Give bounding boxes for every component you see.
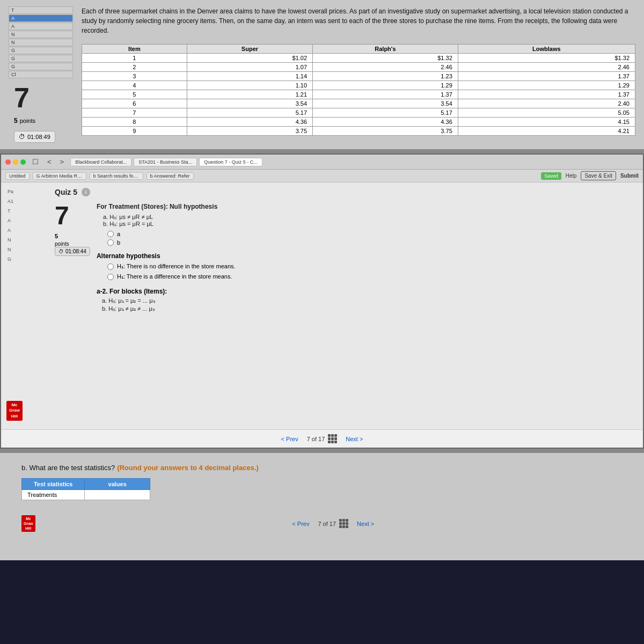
addr-answered[interactable]: b Answered: Refer	[147, 172, 194, 180]
cell-2-3: 2.46	[458, 63, 635, 72]
points-label-mid: points	[55, 241, 90, 247]
alt-h1-label: H₁: There is no difference in the store …	[117, 263, 236, 270]
logo-line1: Mc	[11, 402, 17, 407]
alt-radio-2[interactable]	[107, 274, 114, 280]
data-table-row-6: 63.543.542.40	[82, 99, 635, 108]
sidebar-num-7: N	[9, 39, 73, 46]
cell-3-2: 1.23	[313, 72, 458, 81]
radio-item-b[interactable]: b	[107, 239, 638, 246]
clock-icon-mid: ⏱	[58, 248, 64, 254]
option-b-text: b. H₀: μs = μR = μL	[103, 221, 638, 228]
col-header-lowblaws: Lowblaws	[458, 45, 635, 54]
alt-radio-1[interactable]	[107, 264, 114, 270]
question-number-top: 7	[14, 84, 73, 112]
browser-fwd-btn[interactable]: <	[45, 157, 54, 167]
cell-2-0: 2	[82, 63, 187, 72]
radio-input-a[interactable]	[107, 231, 114, 237]
stats-input-treatments[interactable]	[90, 492, 133, 498]
next-button-bottom[interactable]: Next >	[357, 521, 374, 527]
cell-4-0: 4	[82, 81, 187, 90]
addr-search[interactable]: b Search results for 'Pen...	[90, 172, 143, 180]
saved-badge: Saved	[541, 172, 561, 180]
bottom-question-label: b. What are the test statistics?	[21, 464, 115, 472]
cell-3-0: 3	[82, 72, 187, 81]
cell-3-1: 1.14	[187, 72, 312, 81]
test-stats-table-wrap: Test statistics values Treatments	[21, 478, 150, 500]
cell-4-2: 1.29	[313, 81, 458, 90]
mcgraw-logo: Mc Graw Hill	[6, 401, 23, 421]
timer-top: ⏱ 01:08:49	[14, 131, 55, 143]
logo-line2: Graw	[9, 408, 20, 413]
tab-blackboard[interactable]: Blackboard Collaborat...	[70, 158, 131, 166]
data-table-row-8: 84.364.364.15	[82, 118, 635, 127]
points-value-top: 5	[14, 117, 18, 125]
sidebar-num-10: G	[9, 63, 73, 70]
radio-label-a: a	[117, 231, 120, 237]
tab-question7[interactable]: Question 7 - Quiz 5 - C...	[199, 158, 262, 166]
col-header-ralphs: Ralph's	[313, 45, 458, 54]
nav-bar-mid: < Prev 7 of 17 Next >	[1, 429, 643, 448]
cell-5-3: 1.37	[458, 90, 635, 99]
data-table-top: Item Super Ralph's Lowblaws 1$1.02$1.32$…	[82, 44, 635, 136]
next-button-mid[interactable]: Next >	[346, 436, 363, 442]
grid-icon-mid[interactable]	[328, 434, 337, 443]
browser-toolbar: ☐ < > Blackboard Collaborat... STA201 - …	[1, 155, 643, 170]
cell-8-1: 4.36	[187, 118, 312, 127]
bottom-nav: Mc Graw Hill < Prev 7 of 17 Next >	[21, 515, 623, 532]
cell-7-2: 5.17	[313, 108, 458, 118]
alt-hyp-options: H₁: There is no difference in the store …	[107, 263, 638, 280]
col-header-item: Item	[82, 45, 187, 54]
divider-1	[0, 149, 644, 153]
address-bar-tabs: Untitled G Arbitron Media Resear... b Se…	[5, 172, 194, 180]
dot-green[interactable]	[20, 159, 26, 165]
help-button[interactable]: Help	[566, 173, 577, 179]
alt-h2-label: H₁: There is a difference in the store m…	[117, 273, 232, 280]
question-number-mid: 7 5 points ⏱ 01:08:44	[55, 203, 90, 313]
cell-6-3: 2.40	[458, 99, 635, 108]
cell-6-2: 3.54	[313, 99, 458, 108]
grid-icon-bottom[interactable]	[339, 519, 348, 528]
save-exit-button[interactable]: Save & Exit	[581, 171, 616, 180]
addr-untitled[interactable]: Untitled	[5, 172, 30, 180]
sidebar-num-5: A	[9, 23, 73, 30]
q-content: For Treatment (Stores): Null hypothesis …	[97, 203, 638, 313]
data-table-row-7: 75.175.175.05	[82, 108, 635, 118]
cell-7-1: 5.17	[187, 108, 312, 118]
alt-option-1[interactable]: H₁: There is no difference in the store …	[107, 263, 638, 270]
dot-yellow[interactable]	[13, 159, 18, 165]
tab-sta201[interactable]: STA201 - Business Sta...	[134, 158, 197, 166]
addr-arbitron[interactable]: G Arbitron Media Resear...	[33, 172, 86, 180]
panel-top: T A A N N G G G Cl 7 5 points ⏱ 01:08:49…	[0, 0, 644, 149]
panel-top-left: T A A N N G G G Cl 7 5 points ⏱ 01:08:49	[9, 6, 73, 143]
sidebar-num-4: A	[9, 14, 73, 22]
alt-hyp-label: Alternate hypothesis	[97, 252, 638, 260]
alt-option-2[interactable]: H₁: There is a difference in the store m…	[107, 273, 638, 280]
cell-6-1: 3.54	[187, 99, 312, 108]
data-table-row-9: 93.753.754.21	[82, 127, 635, 136]
cell-2-2: 2.46	[313, 63, 458, 72]
sidebar-num-9: G	[9, 55, 73, 62]
radio-item-a[interactable]: a	[107, 231, 638, 237]
b-logo-line1: Mc	[26, 517, 31, 521]
browser-back-btn[interactable]: ☐	[30, 157, 41, 167]
stats-cell-value[interactable]	[85, 490, 150, 500]
cell-2-1: 1.07	[187, 63, 312, 72]
browser-address-row: Untitled G Arbitron Media Resear... b Se…	[1, 170, 643, 182]
data-table-row-3: 31.141.231.37	[82, 72, 635, 81]
prev-button-bottom[interactable]: < Prev	[292, 521, 309, 527]
dot-red[interactable]	[5, 159, 11, 165]
prev-button-mid[interactable]: < Prev	[281, 436, 298, 442]
cell-7-0: 7	[82, 108, 187, 118]
timer-mid: ⏱ 01:08:44	[55, 247, 90, 256]
a2-label: a-2. For blocks (Items):	[97, 288, 638, 295]
radio-input-b[interactable]	[107, 239, 114, 246]
round-note: (Round your answers to 4 decimal places.…	[117, 464, 259, 472]
info-icon[interactable]: i	[82, 188, 90, 196]
cell-1-2: $1.32	[313, 54, 458, 63]
browser-back-btn2[interactable]: >	[58, 157, 67, 167]
panel-bottom: b. What are the test statistics? (Round …	[0, 453, 644, 560]
cell-9-1: 3.75	[187, 127, 312, 136]
sidebar-num-11: Cl	[9, 71, 73, 78]
points-label-top: points	[20, 118, 35, 124]
submit-button[interactable]: Submit	[620, 173, 639, 179]
